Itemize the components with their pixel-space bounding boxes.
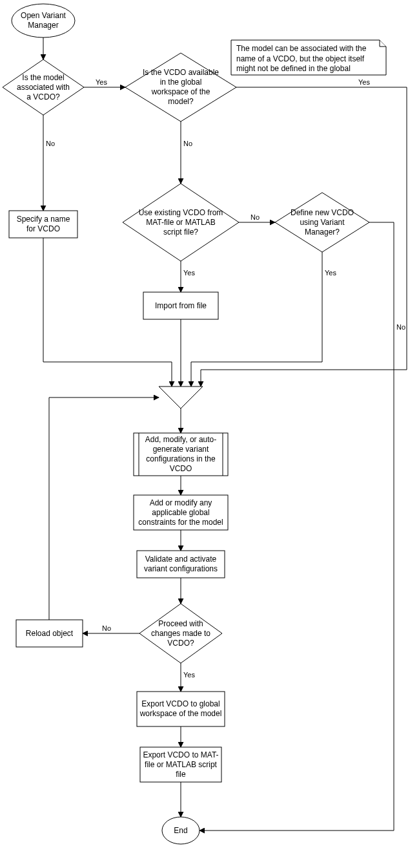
node-merge: [159, 386, 203, 408]
label-addmodify: Add, modify, or auto-generate variant co…: [141, 433, 220, 476]
node-note: The model can be associated with the nam…: [231, 40, 386, 75]
node-decision-define-new: Define new VCDO using Variant Manager?: [275, 193, 369, 252]
edge-label-d1-yes: Yes: [96, 78, 107, 86]
node-specify-name: Specify a name for VCDO: [9, 211, 77, 238]
label-constraints: Add or modify any applicable global cons…: [134, 495, 228, 530]
node-end: End: [162, 817, 199, 844]
label-validate: Validate and activate variant configurat…: [137, 551, 225, 578]
label-note: The model can be associated with the nam…: [231, 40, 386, 75]
node-export-workspace: Export VCDO to global workspace of the m…: [137, 692, 225, 726]
node-decision-associated: Is the model associated with a VCDO?: [3, 59, 84, 115]
node-decision-available: Is the VCDO available in the global work…: [125, 53, 236, 122]
edge-label-d2-yes: Yes: [358, 78, 370, 86]
node-decision-proceed: Proceed with changes made to VCDO?: [139, 604, 222, 663]
label-reload: Reload object: [16, 620, 83, 647]
node-reload: Reload object: [16, 620, 83, 647]
flowchart-canvas: Open Variant Manager Is the model associ…: [0, 0, 419, 868]
label-d4: Define new VCDO using Variant Manager?: [285, 202, 359, 243]
edge-label-d4-no: No: [396, 323, 405, 331]
edge-label-d1-no: No: [46, 140, 55, 147]
node-decision-use-existing: Use existing VCDO from MAT-file or MATLA…: [123, 184, 239, 261]
label-exportws: Export VCDO to global workspace of the m…: [137, 692, 225, 726]
label-d3: Use existing VCDO from MAT-file or MATLA…: [136, 194, 226, 251]
edge-label-d5-no: No: [102, 624, 111, 632]
edge-label-d2-no: No: [183, 140, 192, 147]
label-import: Import from file: [143, 292, 218, 319]
label-end: End: [162, 817, 199, 844]
edge-label-d3-no: No: [250, 213, 260, 221]
node-start: Open Variant Manager: [12, 4, 75, 37]
node-add-modify: Add, modify, or auto-generate variant co…: [134, 433, 228, 476]
node-validate: Validate and activate variant configurat…: [137, 551, 225, 578]
label-start: Open Variant Manager: [12, 4, 75, 37]
edge-label-d3-yes: Yes: [183, 269, 195, 277]
node-import: Import from file: [143, 292, 218, 319]
edge-d4-no: [199, 222, 394, 831]
label-d1: Is the model associated with a VCDO?: [12, 65, 75, 110]
label-exportfile: Export VCDO to MAT-file or MATLAB script…: [140, 747, 221, 782]
edge-label-d5-yes: Yes: [183, 671, 195, 679]
label-d2: Is the VCDO available in the global work…: [139, 61, 223, 113]
node-constraints: Add or modify any applicable global cons…: [134, 495, 228, 530]
label-d5: Proceed with changes made to VCDO?: [147, 613, 214, 654]
node-export-file: Export VCDO to MAT-file or MATLAB script…: [140, 747, 221, 782]
label-specify: Specify a name for VCDO: [9, 211, 77, 238]
edge-label-d4-yes: Yes: [325, 269, 336, 277]
svg-marker-7: [159, 386, 203, 408]
